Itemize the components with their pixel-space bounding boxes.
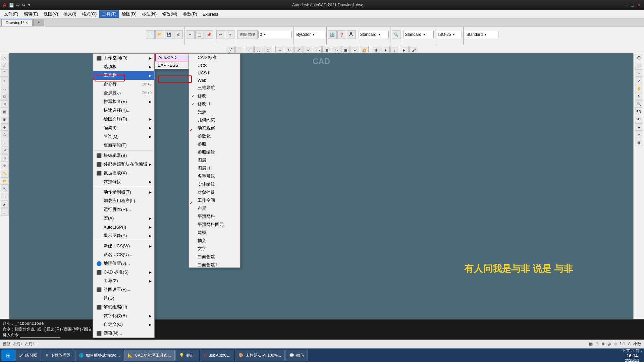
menu-draw[interactable]: 绘图(D) — [119, 10, 139, 18]
ts-cad-std[interactable]: CAD 标准 — [189, 54, 240, 62]
menu-express[interactable]: Express — [200, 11, 221, 17]
status-anno[interactable]: A — [628, 342, 631, 346]
snap-point-btn[interactable]: ✦ — [381, 46, 390, 53]
snap-grid-btn[interactable]: ⊕ — [372, 46, 380, 53]
ts-workspace[interactable]: 工作空间 — [189, 196, 240, 204]
close-btn[interactable]: ✕ — [637, 2, 641, 8]
rt-view[interactable]: 👁 — [635, 116, 643, 123]
lt-snap[interactable]: ✛ — [1, 162, 9, 169]
ts-ref[interactable]: 参照 — [189, 140, 240, 148]
lt-group[interactable]: ◻ — [1, 193, 9, 200]
ts-solidedit[interactable]: 实体编辑 — [189, 180, 240, 188]
dd-options[interactable]: ⬛ 选项(N)... — [93, 329, 154, 338]
paste-btn[interactable]: 📌 — [205, 30, 213, 39]
lt-circle[interactable]: ○ — [1, 77, 9, 84]
taskbar-cad-func[interactable]: 📐 CAD功能区工具条... — [124, 350, 174, 361]
dd-actionrec[interactable]: 动作录制器(T) ▶ — [93, 188, 154, 196]
dd-geoloc[interactable]: 🔵 地理位置(J)... — [93, 259, 154, 268]
dd-datalink[interactable]: 数据链接 ▶ — [93, 177, 154, 186]
dd-blockeditor[interactable]: ⬛ 块编辑器(B) — [93, 151, 154, 160]
dd-digitizer[interactable]: 数字化仪(B) ▶ — [93, 311, 154, 320]
status-small[interactable]: 小数 — [633, 341, 641, 347]
undo2-btn[interactable]: ↩ — [216, 30, 225, 39]
menu-insert[interactable]: 插入(I) — [61, 10, 79, 18]
dd-fullscreen[interactable]: 全屏显示 Ctrl+0 — [93, 88, 154, 97]
color-dropdown[interactable]: ByColor ▼ — [295, 31, 325, 38]
arc-btn[interactable]: ◡ — [254, 46, 263, 53]
status-ortho[interactable]: ⊠ — [601, 342, 605, 346]
polyline-btn[interactable]: ⌒ — [235, 46, 244, 53]
rt-zoom-prev[interactable]: ← — [635, 69, 643, 77]
redo2-btn[interactable]: ↪ — [226, 30, 234, 39]
mirror-btn[interactable]: ⇔ — [332, 46, 340, 53]
new-file-btn[interactable]: 📄 — [146, 30, 155, 39]
rt-orbit[interactable]: ↻ — [635, 93, 643, 100]
dd-quickselect[interactable]: 快速选择(K)... — [93, 106, 154, 115]
rt-pan[interactable]: ✋ — [635, 85, 643, 92]
dd-palettes[interactable]: 选项板 ▶ — [93, 62, 154, 71]
dd-showimage[interactable]: 显示图像(Y) ▶ — [93, 231, 154, 240]
dd-dataextract[interactable]: ⬛ 数据提取(X)... — [93, 169, 154, 177]
ts-web[interactable]: Web — [189, 76, 240, 84]
tab-new[interactable]: + — [33, 19, 44, 26]
dd-cmdline[interactable]: 命令行 Ctrl+9 — [93, 80, 154, 88]
zoom-btn[interactable]: 🔍 — [392, 30, 400, 39]
tab-close-icon[interactable]: ✕ — [25, 21, 28, 24]
taskbar-wechat[interactable]: 💬 微信 — [285, 350, 308, 361]
submenu-express[interactable]: EXPRESS — [155, 61, 191, 69]
menu-edit[interactable]: 编辑(E) — [21, 10, 41, 18]
ts-geocon[interactable]: 几何约束 — [189, 116, 240, 124]
lt-rect[interactable]: □ — [1, 93, 9, 100]
scale-btn[interactable]: ⤢ — [294, 46, 303, 53]
undo-btn[interactable]: ↩ — [16, 3, 20, 8]
app-icon[interactable]: A — [3, 2, 7, 8]
dim-radius-btn[interactable]: R — [400, 46, 409, 53]
lt-leader[interactable]: ↗ — [1, 146, 9, 154]
lt-layer[interactable]: 📂 — [1, 177, 9, 185]
lt-text[interactable]: A — [1, 131, 9, 138]
status-osnap[interactable]: ⊕ — [613, 342, 617, 346]
lt-properties[interactable]: 🔧 — [1, 185, 9, 192]
rect-btn[interactable]: □ — [264, 46, 272, 53]
redo-btn[interactable]: ↪ — [22, 3, 25, 8]
dd-cadstd[interactable]: ⬛ CAD 标准(S) ▶ — [93, 268, 154, 277]
rt-more2[interactable]: ▦ — [635, 139, 643, 146]
ts-layout[interactable]: 布局 — [189, 204, 240, 213]
dd-spellcheck[interactable]: 拼写检查(E) ▶ — [93, 97, 154, 106]
layer-manager-btn[interactable]: 图层管理 — [237, 30, 258, 39]
lt-arc[interactable]: ◡ — [1, 85, 9, 92]
minimize-btn[interactable]: ─ — [625, 2, 628, 8]
dd-nameducs[interactable]: 命名 UCS(U)... — [93, 250, 154, 259]
move-btn[interactable]: ↔ — [275, 46, 284, 53]
menu-dimension[interactable]: 标注(N) — [139, 10, 159, 18]
layout1[interactable]: 布局1 — [13, 342, 22, 347]
ts-surfcreate2[interactable]: 曲面创建 II — [189, 261, 240, 268]
quick-save[interactable]: 💾 — [9, 3, 14, 8]
select-btn[interactable]: ↖ — [1, 54, 9, 61]
dd-wizard[interactable]: 向导(Z) ▶ — [93, 277, 154, 285]
lt-more[interactable]: ⋮ — [1, 208, 9, 216]
status-snap[interactable]: ⊞ — [595, 342, 599, 346]
plot-btn[interactable]: 🖨 — [174, 30, 183, 39]
taskbar-browser[interactable]: 🌐 如何能够成为cad... — [75, 350, 123, 361]
open-btn[interactable]: 📂 — [155, 30, 164, 39]
taskbar-download[interactable]: ⬇ 下载管理器 — [42, 350, 74, 361]
help-btn[interactable]: ❓ — [337, 30, 346, 39]
dd-xref[interactable]: ⬛ 外部参照和块在位编辑 ▶ — [93, 160, 154, 169]
ts-modeling[interactable]: 建模 — [189, 229, 240, 237]
dim-linear-btn[interactable]: ↕ — [390, 46, 399, 53]
fillet-btn[interactable]: ⌐ — [351, 46, 359, 53]
ts-surfcreate[interactable]: 曲面创建 — [189, 253, 240, 261]
taskbar-sketch[interactable]: 🖊 练习图 — [15, 350, 41, 361]
lt-tolerance[interactable]: ⊡ — [1, 154, 9, 162]
ts-layer2[interactable]: 图层 II — [189, 164, 240, 172]
line-btn[interactable]: ╱ — [226, 46, 235, 53]
standard3-dropdown[interactable]: Standard ▼ — [465, 31, 498, 38]
rt-snap[interactable]: ⊕ — [635, 54, 643, 61]
lt-dim[interactable]: ↔ — [1, 139, 9, 146]
ts-insert[interactable]: 插入 — [189, 237, 240, 245]
offset-btn[interactable]: ⊟ — [322, 46, 331, 53]
lt-line[interactable]: ╱ — [1, 62, 9, 69]
ts-objsnap[interactable]: 对象捕捉 — [189, 188, 240, 196]
taskbar-ps[interactable]: 🎨 未标题-1 @ 100%... — [235, 350, 285, 361]
